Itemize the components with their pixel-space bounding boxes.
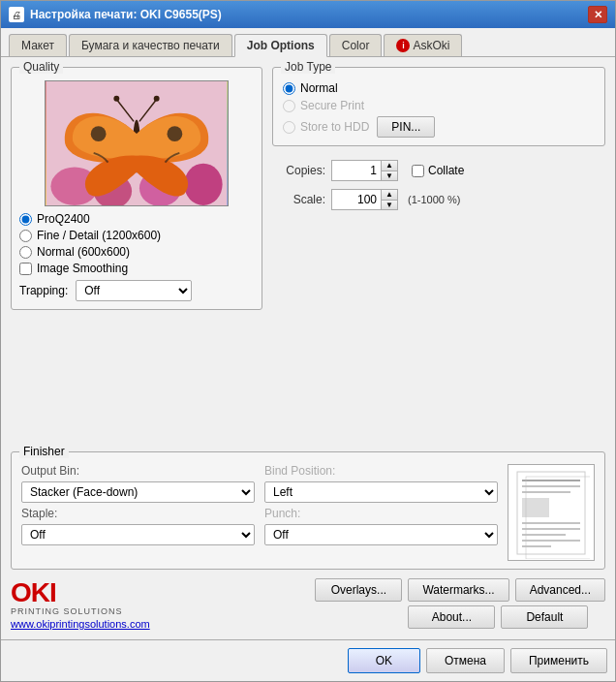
bottom-row: OKI PRINTING SOLUTIONS www.okiprintingso… xyxy=(11,577,605,630)
finisher-inner: Output Bin: Stacker (Face-down) Top Tray… xyxy=(21,464,595,561)
ok-button[interactable]: OK xyxy=(348,648,420,673)
oki-sub: PRINTING SOLUTIONS xyxy=(11,606,123,616)
oki-area: OKI PRINTING SOLUTIONS www.okiprintingso… xyxy=(11,579,150,630)
title-bar-left: 🖨 Настройка печати: OKI C9655(PS) xyxy=(9,7,222,22)
info-icon: i xyxy=(396,39,410,52)
punch-label: Punch: xyxy=(264,507,498,520)
copies-input[interactable] xyxy=(332,161,381,180)
scale-label: Scale: xyxy=(272,193,325,206)
tab-paper[interactable]: Бумага и качество печати xyxy=(69,34,232,56)
svg-point-9 xyxy=(113,96,119,102)
image-smoothing-label: Image Smoothing xyxy=(37,262,128,275)
punch-select[interactable]: Off 2 Holes 4 Holes xyxy=(264,524,498,545)
svg-point-7 xyxy=(168,126,183,141)
radio-proq2400[interactable]: ProQ2400 xyxy=(19,212,254,226)
copies-scale-area: Copies: ▲ ▼ Collate xyxy=(272,160,605,210)
tab-job[interactable]: Job Options xyxy=(234,34,327,57)
quality-radio-group: ProQ2400 Fine / Detail (1200x600) Normal… xyxy=(19,212,254,259)
job-type-radio-group: Normal Secure Print Store to HDD PIN... xyxy=(283,81,595,138)
output-bin-select[interactable]: Stacker (Face-down) Top Tray Face-up xyxy=(21,481,255,503)
collate-check[interactable]: Collate xyxy=(412,164,464,177)
radio-fine-label: Fine / Detail (1200x600) xyxy=(37,229,161,242)
watermarks-button[interactable]: Watermarks... xyxy=(408,578,508,602)
tab-maket[interactable]: Макет xyxy=(9,34,67,56)
default-button[interactable]: Default xyxy=(501,605,588,629)
cancel-button[interactable]: Отмена xyxy=(426,648,505,673)
finisher-group-label: Finisher xyxy=(19,445,69,458)
copies-spin: ▲ ▼ xyxy=(331,160,398,181)
advanced-button[interactable]: Advanced... xyxy=(515,578,605,602)
copies-up-button[interactable]: ▲ xyxy=(382,161,397,171)
window-title: Настройка печати: OKI C9655(PS) xyxy=(30,8,222,21)
scale-range-label: (1-1000 %) xyxy=(408,194,460,205)
radio-fine[interactable]: Fine / Detail (1200x600) xyxy=(19,229,254,242)
radio-proq2400-label: ProQ2400 xyxy=(37,212,90,226)
scale-input[interactable] xyxy=(332,190,381,209)
copies-down-button[interactable]: ▼ xyxy=(382,171,397,181)
output-bin-label: Output Bin: xyxy=(21,464,255,478)
printer-icon: 🖨 xyxy=(9,7,24,22)
quality-group-label: Quality xyxy=(19,60,63,74)
bind-position-select[interactable]: Left Right Top xyxy=(264,481,498,503)
image-smoothing-checkbox[interactable]: Image Smoothing xyxy=(19,262,254,275)
svg-point-6 xyxy=(91,126,107,141)
collate-label: Collate xyxy=(428,164,464,177)
copies-row: Copies: ▲ ▼ Collate xyxy=(272,160,605,181)
pin-row: Store to HDD PIN... xyxy=(283,116,595,138)
oki-link[interactable]: www.okiprintingsolutions.com xyxy=(11,618,150,630)
finisher-col-left: Output Bin: Stacker (Face-down) Top Tray… xyxy=(21,464,255,561)
radio-secure-label: Secure Print xyxy=(300,99,364,112)
copies-label: Copies: xyxy=(272,164,325,177)
close-button[interactable]: ✕ xyxy=(588,6,607,23)
bind-position-label: Bind Position: xyxy=(264,464,498,478)
bottom-btns-right: Overlays... Watermarks... Advanced... Ab… xyxy=(315,578,605,629)
scale-spin-buttons: ▲ ▼ xyxy=(381,190,397,209)
radio-store-label: Store to HDD xyxy=(300,120,369,134)
job-type-label: Job Type xyxy=(281,60,335,74)
overlays-button[interactable]: Overlays... xyxy=(315,578,402,602)
radio-normal-job[interactable]: Normal xyxy=(283,81,595,95)
left-panel: Quality xyxy=(11,67,262,444)
main-window: 🖨 Настройка печати: OKI C9655(PS) ✕ Маке… xyxy=(0,0,616,682)
title-bar: 🖨 Настройка печати: OKI C9655(PS) ✕ xyxy=(1,1,615,28)
copies-spin-buttons: ▲ ▼ xyxy=(381,161,397,180)
scale-up-button[interactable]: ▲ xyxy=(382,190,397,201)
trapping-row: Trapping: Off Light Medium Heavy xyxy=(19,280,254,301)
radio-normal-quality-label: Normal (600x600) xyxy=(37,245,130,259)
btn-row-2: About... Default xyxy=(315,605,605,629)
pin-button[interactable]: PIN... xyxy=(377,116,435,138)
scale-down-button[interactable]: ▼ xyxy=(382,201,397,210)
finisher-preview xyxy=(508,464,595,561)
btn-row-1: Overlays... Watermarks... Advanced... xyxy=(315,578,605,602)
scale-spin: ▲ ▼ xyxy=(331,189,398,210)
scale-row: Scale: ▲ ▼ (1-1000 %) xyxy=(272,189,605,210)
about-button[interactable]: About... xyxy=(408,605,495,629)
radio-secure[interactable]: Secure Print xyxy=(283,99,595,112)
collate-checkbox[interactable] xyxy=(412,165,424,177)
staple-select[interactable]: Off 1 Staple 2 Staples xyxy=(21,524,255,545)
finisher-col-mid: Bind Position: Left Right Top Punch: Off… xyxy=(264,464,498,561)
radio-store[interactable]: Store to HDD xyxy=(283,120,369,134)
finisher-section: Finisher Output Bin: Stacker (Face-down)… xyxy=(11,451,605,570)
radio-normal-quality[interactable]: Normal (600x600) xyxy=(19,245,254,259)
tab-askoki-label: AskOki xyxy=(413,39,449,52)
staple-label: Staple: xyxy=(21,507,255,520)
tabs-bar: Макет Бумага и качество печати Job Optio… xyxy=(1,28,615,57)
svg-point-11 xyxy=(154,96,160,102)
dialog-footer: OK Отмена Применить xyxy=(1,639,615,681)
oki-logo: OKI xyxy=(11,579,56,606)
right-panel: Job Type Normal Secure Print xyxy=(272,67,605,444)
trapping-select[interactable]: Off Light Medium Heavy xyxy=(76,280,192,301)
quality-image xyxy=(45,80,229,206)
apply-button[interactable]: Применить xyxy=(510,648,607,673)
tab-color[interactable]: Color xyxy=(329,34,383,56)
radio-normal-job-label: Normal xyxy=(300,81,338,95)
tab-content: Quality xyxy=(1,57,615,639)
main-area: Quality xyxy=(11,67,605,444)
job-type-group: Job Type Normal Secure Print xyxy=(272,67,605,146)
quality-group: Quality xyxy=(11,67,262,310)
svg-point-4 xyxy=(184,164,222,205)
trapping-label: Trapping: xyxy=(19,284,68,297)
tab-askoki[interactable]: i AskOki xyxy=(384,34,462,56)
